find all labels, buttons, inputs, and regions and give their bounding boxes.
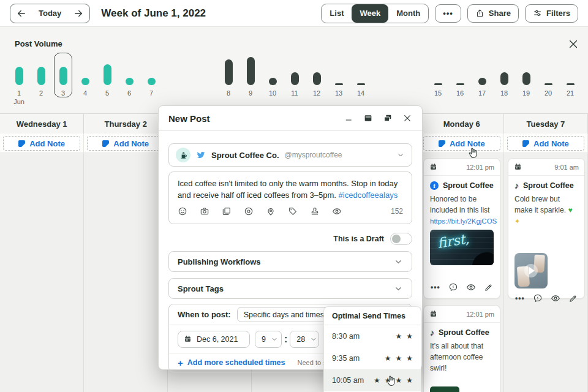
card-actions: ••• <box>508 288 584 309</box>
add-note-button-tuesday[interactable]: Add Note <box>507 136 584 151</box>
date-picker[interactable]: Dec 6, 2021 <box>178 331 250 348</box>
chart-day-7[interactable]: 7 <box>140 57 162 97</box>
draft-row: This is a Draft <box>168 233 412 245</box>
emoji-icon[interactable] <box>178 206 187 216</box>
today-button[interactable]: Today <box>32 9 67 18</box>
chart-day-13[interactable]: 13 <box>328 57 350 97</box>
tab-week-view[interactable]: Week <box>352 4 388 23</box>
chart-day-8[interactable]: 8 <box>217 57 239 97</box>
chart-day-10[interactable]: 10 <box>262 57 284 97</box>
close-modal-icon[interactable] <box>402 113 412 123</box>
day-tick-label: 9 <box>249 89 252 97</box>
add-note-label: Add Note <box>113 139 149 148</box>
tag-icon[interactable] <box>288 206 298 216</box>
chart-day-2[interactable]: 2 <box>30 57 52 97</box>
edit-pencil-icon[interactable] <box>568 294 578 303</box>
day-tick-label: 20 <box>545 89 552 97</box>
chart-day-20[interactable]: 20 <box>537 57 559 97</box>
post-link[interactable]: https://bit.ly/2KgjCOS <box>424 216 500 225</box>
more-options-icon[interactable]: ••• <box>515 294 525 303</box>
date-value: Dec 6, 2021 <box>197 335 238 344</box>
star-icon: ★ <box>385 376 391 385</box>
post-volume-bar <box>567 83 575 85</box>
day-tick-label: 12 <box>313 89 320 97</box>
minute-select[interactable]: 28 <box>290 331 319 348</box>
approval-stamp-icon[interactable] <box>310 206 320 216</box>
chart-day-14[interactable]: 14 <box>350 57 372 97</box>
media-library-icon[interactable] <box>222 206 232 216</box>
target-icon[interactable] <box>244 206 254 216</box>
camera-icon[interactable] <box>200 206 209 216</box>
post-card-tuesday-1[interactable]: 9:01 am ♪ Sprout Coffee Cold brew but ma… <box>508 158 585 299</box>
sprout-tags-section[interactable]: Sprout Tags <box>168 278 412 299</box>
compose-text[interactable]: Iced coffee isn't limited to only the wa… <box>169 172 412 202</box>
chart-day-11[interactable]: 11 <box>284 57 306 97</box>
filters-button[interactable]: Filters <box>525 4 578 23</box>
post-volume-bar <box>225 59 233 85</box>
chart-day-6[interactable]: 6 <box>118 57 140 97</box>
neon-sign-text: first, <box>436 231 470 251</box>
tab-month-view[interactable]: Month <box>388 4 428 23</box>
maximize-icon[interactable] <box>363 113 373 123</box>
more-options-icon[interactable]: ••• <box>431 283 440 292</box>
profile-selector[interactable]: Sprout Coffee Co. @mysproutcoffee <box>168 143 412 167</box>
chart-day-9[interactable]: 9 <box>239 57 262 97</box>
boost-icon[interactable] <box>533 293 543 303</box>
window-controls <box>344 113 412 123</box>
chart-day-17[interactable]: 17 <box>471 57 493 97</box>
share-button[interactable]: Share <box>467 4 519 23</box>
preview-eye-icon[interactable] <box>466 282 476 292</box>
close-post-volume-icon[interactable] <box>567 38 579 50</box>
popout-windows-icon[interactable] <box>383 113 393 123</box>
post-volume-bar <box>545 83 552 85</box>
preview-eye-icon[interactable] <box>332 206 342 216</box>
toolbar-actions: List Week Month ••• Share Filters <box>321 4 578 23</box>
add-note-button[interactable]: Add Note <box>87 136 164 151</box>
calendar-icon <box>514 163 522 171</box>
star-icon: ★ <box>374 376 380 385</box>
compose-area[interactable]: Iced coffee isn't limited to only the wa… <box>168 172 412 224</box>
chart-day-19[interactable]: 19 <box>515 57 537 97</box>
chart-day-18[interactable]: 18 <box>493 57 515 97</box>
chart-day-4[interactable]: 4 <box>74 57 96 97</box>
chart-day-1[interactable]: 1Jun <box>8 57 30 97</box>
previous-week-arrow-icon[interactable] <box>10 5 32 22</box>
chart-day-3[interactable]: 3 <box>52 57 74 97</box>
toggle-knob <box>392 235 401 243</box>
column-header-tuesday: Tuesday 7 <box>504 114 588 134</box>
publishing-workflows-section[interactable]: Publishing Workflows <box>168 251 412 272</box>
draft-toggle[interactable] <box>390 233 412 245</box>
optimal-time-row[interactable]: 9:35 am★★★ <box>324 347 421 369</box>
tab-list-view[interactable]: List <box>322 4 352 23</box>
note-icon <box>522 140 529 147</box>
hour-select[interactable]: 9 <box>255 331 282 348</box>
day-tick-label: 14 <box>357 89 364 97</box>
post-card-monday-2[interactable]: 12:01 pm ♪ Sprout Coffee It's all about … <box>423 305 500 392</box>
next-week-arrow-icon[interactable] <box>67 5 89 22</box>
card-account-row: ♪ Sprout Coffee <box>508 176 584 190</box>
add-note-button[interactable]: Add Note <box>3 136 80 151</box>
add-more-scheduled-times-link[interactable]: + Add more scheduled times <box>178 358 285 368</box>
preview-eye-icon[interactable] <box>551 293 560 303</box>
boost-icon[interactable] <box>448 282 458 292</box>
minimize-icon[interactable] <box>344 114 353 123</box>
optimal-time-row[interactable]: 10:05 am★★★★ <box>324 369 421 391</box>
location-pin-icon[interactable] <box>266 206 276 216</box>
post-video-thumbnail[interactable] <box>514 253 548 288</box>
coffee-cup-avatar <box>176 148 190 162</box>
add-note-button-monday[interactable]: Add Note <box>423 136 500 151</box>
sprout-tags-label: Sprout Tags <box>178 284 224 293</box>
post-image-neon-sign[interactable]: first, <box>430 230 494 265</box>
note-icon <box>18 140 25 147</box>
chart-day-12[interactable]: 12 <box>306 57 328 97</box>
chart-day-16[interactable]: 16 <box>449 57 471 97</box>
card-account-row: f Sprout Coffee <box>424 176 500 190</box>
chart-day-5[interactable]: 5 <box>96 57 118 97</box>
more-options-button[interactable]: ••• <box>435 4 461 23</box>
chart-day-15[interactable]: 15 <box>427 57 449 97</box>
edit-pencil-icon[interactable] <box>484 283 493 292</box>
post-card-monday-1[interactable]: 12:01 pm f Sprout Coffee Honored to be i… <box>423 158 500 299</box>
chart-day-21[interactable]: 21 <box>559 57 581 97</box>
day-tick-label: 7 <box>149 89 153 97</box>
optimal-time-row[interactable]: 8:30 am★★ <box>324 325 421 347</box>
